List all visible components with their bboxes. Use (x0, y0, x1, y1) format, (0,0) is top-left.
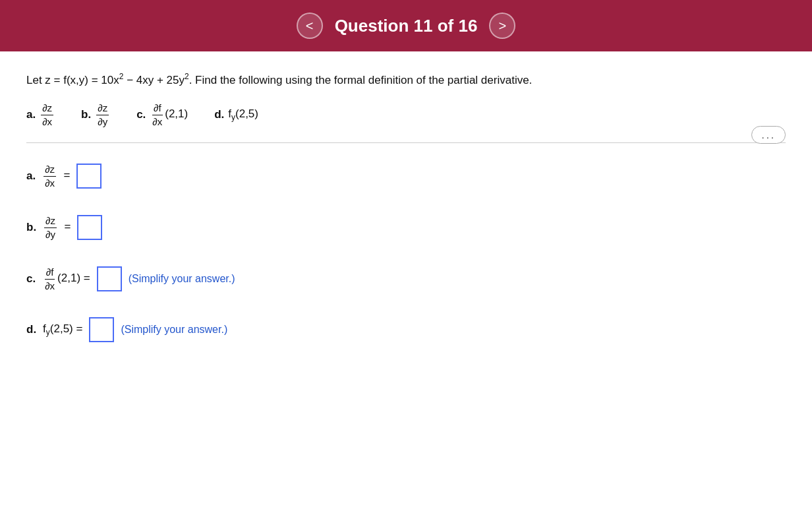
part-a-label: a. (26, 108, 36, 121)
chevron-right-icon: > (499, 18, 507, 34)
main-content: Let z = f(x,y) = 10x2 − 4xy + 25y2. Find… (0, 51, 812, 387)
header: < Question 11 of 16 > (0, 0, 812, 51)
answer-row-b: b. ∂z ∂y = (26, 214, 786, 241)
answer-expr-a: ∂z ∂x = (42, 163, 70, 189)
answer-label-d: d. (26, 323, 36, 336)
answer-expr-b: ∂z ∂y = (43, 214, 71, 241)
prev-button[interactable]: < (297, 13, 323, 39)
part-d-label-row: d. fy(2,5) (214, 107, 258, 122)
problem-statement: Let z = f(x,y) = 10x2 − 4xy + 25y2. Find… (26, 71, 786, 88)
part-b-label-row: b. ∂z ∂y (81, 102, 110, 128)
answer-expr-d: fy(2,5) = (43, 322, 82, 337)
part-b-expr: ∂z ∂y (95, 102, 110, 128)
chevron-left-icon: < (306, 18, 314, 34)
part-a-expr: ∂z ∂x (40, 102, 55, 128)
section-divider (26, 142, 786, 143)
answer-expr-c: ∂f ∂x (2,1) = (42, 266, 90, 292)
simplify-hint-c: (Simplify your answer.) (129, 273, 235, 285)
answer-row-a: a. ∂z ∂x = (26, 163, 786, 189)
answer-row-c: c. ∂f ∂x (2,1) = (Simplify your answer.) (26, 266, 786, 292)
answer-section-c: c. ∂f ∂x (2,1) = (Simplify your answer.) (26, 266, 786, 292)
answer-label-b: b. (26, 221, 36, 234)
answer-row-d: d. fy(2,5) = (Simplify your answer.) (26, 317, 786, 342)
part-a-label-row: a. ∂z ∂x (26, 102, 55, 128)
part-d-expr: fy(2,5) (228, 107, 258, 122)
simplify-hint-d: (Simplify your answer.) (121, 324, 227, 336)
more-options-button[interactable]: ... (751, 126, 786, 144)
answer-label-a: a. (26, 169, 36, 183)
more-icon: ... (761, 129, 776, 140)
answer-section-d: d. fy(2,5) = (Simplify your answer.) (26, 317, 786, 342)
answer-input-c[interactable] (97, 266, 122, 291)
next-button[interactable]: > (489, 13, 515, 39)
part-c-label-row: c. ∂f ∂x (2,1) (136, 102, 188, 128)
part-b-label: b. (81, 108, 91, 121)
part-c-label: c. (136, 108, 146, 121)
question-title: Question 11 of 16 (335, 16, 478, 36)
part-d-label: d. (214, 108, 224, 121)
part-c-expr: ∂f ∂x (2,1) (150, 102, 188, 128)
parts-row: a. ∂z ∂x b. ∂z ∂y c. ∂f ∂x (26, 102, 786, 128)
answer-input-a[interactable] (76, 164, 102, 189)
answer-section-a: a. ∂z ∂x = (26, 163, 786, 189)
answer-section-b: b. ∂z ∂y = (26, 214, 786, 241)
answer-input-d[interactable] (89, 317, 114, 342)
answer-label-c: c. (26, 272, 36, 286)
answer-input-b[interactable] (77, 215, 102, 240)
